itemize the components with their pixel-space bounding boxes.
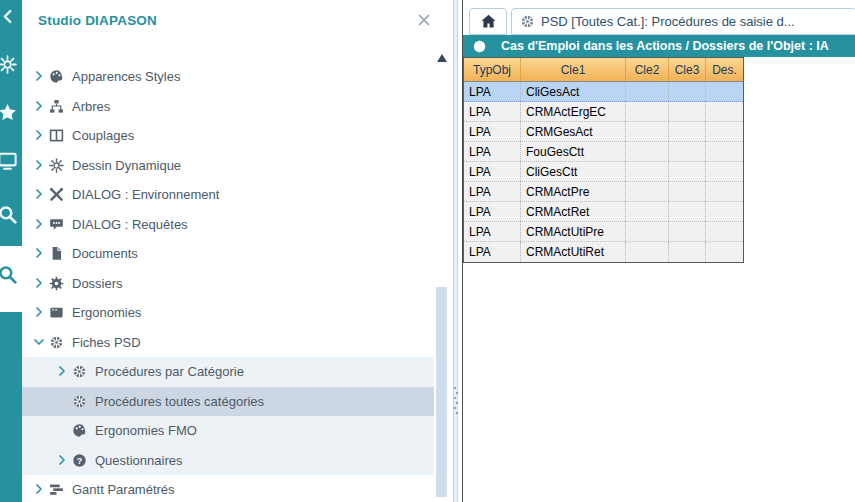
pinwheel-icon (49, 335, 64, 350)
gear-icon (49, 158, 65, 173)
chevron-right-icon[interactable] (32, 187, 49, 202)
cell-cle1: CRMActUtiPre (521, 222, 626, 241)
tree-item-fiches-psd[interactable]: Fiches PSD (22, 328, 434, 358)
tree-item-label: Ergonomies FMO (95, 423, 197, 438)
cell-cle1: CRMActErgEC (521, 102, 626, 121)
search-icon (0, 265, 17, 284)
tab-bar: PSD [Toutes Cat.]: Procédures de saisie … (463, 8, 855, 35)
scrollbar-thumb[interactable] (436, 287, 447, 497)
rail-item-search[interactable] (0, 202, 22, 226)
cell-cle2 (626, 142, 669, 161)
pinwheel-icon (520, 14, 535, 29)
table-row[interactable]: LPACRMActRet (464, 202, 743, 222)
chevron-right-icon (32, 305, 46, 319)
chevron-spacer (55, 394, 72, 409)
column-header-cle2[interactable]: Cle2 (626, 58, 669, 81)
cell-typobj: LPA (464, 242, 521, 262)
chevron-right-icon (55, 364, 69, 378)
tab-psd-label: PSD [Toutes Cat.]: Procédures de saisie … (541, 14, 795, 29)
tab-psd[interactable]: PSD [Toutes Cat.]: Procédures de saisie … (511, 8, 855, 35)
columns-icon (49, 128, 65, 143)
tree-item-dessin-dynamique[interactable]: Dessin Dynamique (22, 151, 434, 181)
tree-item-dossiers[interactable]: Dossiers (22, 269, 434, 299)
splitter-grip-icon[interactable] (453, 384, 459, 414)
table-row[interactable]: LPACRMActPre (464, 182, 743, 202)
table-row[interactable]: LPAFouGesCtt (464, 142, 743, 162)
rail-item-settings[interactable] (0, 52, 22, 76)
column-header-des[interactable]: Des. (706, 58, 743, 81)
column-header-cle1[interactable]: Cle1 (521, 58, 626, 81)
chevron-down-icon[interactable] (32, 335, 49, 350)
tree-item-label: Gantt Paramétrés (72, 482, 175, 497)
chevron-right-icon[interactable] (32, 99, 49, 114)
tree-item-dialog-requetes[interactable]: DIALOG : Requêtes (22, 210, 434, 240)
cell-cle3 (669, 162, 706, 181)
tree-item-label: Ergonomies (72, 305, 141, 320)
cell-cle2 (626, 102, 669, 121)
tree-item-ergonomies[interactable]: Ergonomies (22, 298, 434, 328)
tree-item-label: Procédures par Catégorie (95, 364, 244, 379)
pinwheel-icon (472, 39, 487, 54)
tree-item-label: DIALOG : Requêtes (72, 217, 188, 232)
chevron-right-icon[interactable] (32, 69, 49, 84)
rail-item-workspace[interactable] (0, 148, 22, 172)
tree-item-dialog-environnement[interactable]: DIALOG : Environnement (22, 180, 434, 210)
chevron-right-icon[interactable] (32, 217, 49, 232)
cell-cle2 (626, 122, 669, 141)
splitter-bar[interactable] (453, 0, 458, 502)
search-icon (0, 205, 17, 224)
tree-item-couplages[interactable]: Couplages (22, 121, 434, 151)
pinwheel-icon (72, 364, 88, 379)
tree-item-apparences-styles[interactable]: Apparences Styles (22, 62, 434, 92)
cell-cle1: CliGesAct (521, 82, 626, 101)
question-icon: ? (72, 453, 88, 468)
chevron-right-icon[interactable] (32, 158, 49, 173)
rail-item-search-results[interactable] (0, 262, 22, 286)
column-header-cle3[interactable]: Cle3 (669, 58, 706, 81)
sidebar-panel: Studio DIAPASON Apparences StylesArbresC… (22, 0, 448, 502)
tree-item-procedures-toutes-categories[interactable]: Procédures toutes catégories (22, 387, 434, 417)
close-icon[interactable] (416, 12, 432, 28)
tree-item-arbres[interactable]: Arbres (22, 92, 434, 122)
column-header-typobj[interactable]: TypObj (464, 58, 521, 81)
sidebar-title: Studio DIAPASON (38, 13, 157, 28)
cell-typobj: LPA (464, 82, 521, 101)
rail-item-collapse[interactable] (0, 4, 22, 28)
gear-flower-icon (49, 276, 64, 291)
pinwheel-icon (72, 394, 88, 409)
tree-item-label: Dessin Dynamique (72, 158, 181, 173)
chevron-right-icon[interactable] (32, 128, 49, 143)
tree-item-questionnaires[interactable]: ?Questionnaires (22, 446, 434, 476)
table-row[interactable]: LPACliGesAct (464, 82, 743, 102)
tree-item-gantt-parametres[interactable]: Gantt Paramétrés (22, 475, 434, 502)
tree-item-procedures-par-categorie[interactable]: Procédures par Catégorie (22, 357, 434, 387)
cell-des (706, 82, 743, 101)
chevron-right-icon[interactable] (55, 364, 72, 379)
star-icon (0, 103, 17, 122)
rail-item-favorites[interactable] (0, 100, 22, 124)
tree-item-documents[interactable]: Documents (22, 239, 434, 269)
chevron-down-icon (32, 335, 46, 349)
chevron-right-icon[interactable] (32, 276, 49, 291)
chevron-right-icon[interactable] (32, 482, 49, 497)
tree-item-ergonomies-fmo[interactable]: Ergonomies FMO (22, 416, 434, 446)
cell-cle2 (626, 82, 669, 101)
table-row[interactable]: LPACRMActErgEC (464, 102, 743, 122)
table-row[interactable]: LPACRMActUtiRet (464, 242, 743, 262)
table-row[interactable]: LPACRMGesAct (464, 122, 743, 142)
table-row[interactable]: LPACliGesCtt (464, 162, 743, 182)
sidebar-scrollbar[interactable] (435, 48, 448, 502)
chevron-right-icon[interactable] (32, 305, 49, 320)
scroll-up-arrow-icon[interactable] (437, 54, 447, 62)
cell-cle3 (669, 142, 706, 161)
panel-splitter[interactable] (448, 0, 462, 502)
navigation-tree: Apparences StylesArbresCouplagesDessin D… (22, 62, 434, 502)
close-icon (416, 12, 432, 28)
cell-cle2 (626, 182, 669, 201)
monitor-icon (0, 151, 17, 170)
tab-home[interactable] (469, 8, 507, 35)
chevron-right-icon[interactable] (32, 246, 49, 261)
cell-des (706, 222, 743, 241)
table-row[interactable]: LPACRMActUtiPre (464, 222, 743, 242)
chevron-right-icon[interactable] (55, 453, 72, 468)
